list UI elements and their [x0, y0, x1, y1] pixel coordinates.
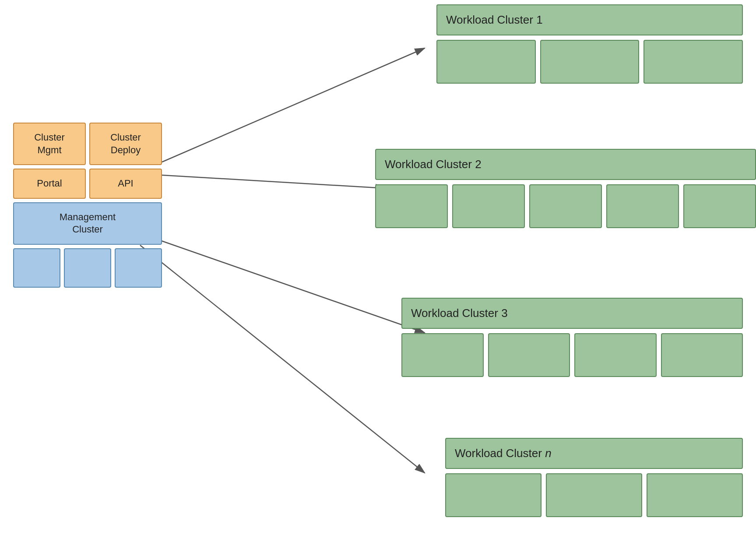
wc1-node-3 [643, 40, 743, 84]
wc1-nodes [436, 40, 743, 84]
wcn-nodes [445, 473, 743, 517]
management-services: ClusterMgmt ClusterDeploy Portal API [13, 123, 162, 199]
management-area: ClusterMgmt ClusterDeploy Portal API Man… [13, 123, 162, 288]
management-cluster-label: ManagementCluster [13, 202, 162, 245]
mgmt-node-2 [64, 248, 111, 288]
portal-box: Portal [13, 169, 86, 199]
wc3-node-2 [488, 333, 570, 377]
wc2-node-1 [375, 184, 448, 228]
wc1-node-2 [540, 40, 640, 84]
wcn-label: Workload Cluster n [445, 438, 743, 469]
wc2-label: Workload Cluster 2 [375, 149, 756, 180]
diagram-container: ClusterMgmt ClusterDeploy Portal API Man… [0, 0, 756, 560]
wc2-node-4 [606, 184, 679, 228]
cluster-deploy-box: ClusterDeploy [89, 123, 162, 165]
workload-cluster-1: Workload Cluster 1 [436, 4, 743, 84]
workload-cluster-n: Workload Cluster n [445, 438, 743, 517]
wc2-node-3 [529, 184, 602, 228]
cluster-mgmt-box: ClusterMgmt [13, 123, 86, 165]
api-box: API [89, 169, 162, 199]
wc2-node-2 [452, 184, 525, 228]
svg-line-2 [162, 175, 385, 188]
wcn-node-3 [647, 473, 743, 517]
management-nodes [13, 248, 162, 288]
workload-cluster-2: Workload Cluster 2 [375, 149, 756, 228]
wc1-label: Workload Cluster 1 [436, 4, 743, 35]
svg-line-4 [140, 245, 425, 473]
mgmt-node-3 [115, 248, 162, 288]
wc3-node-3 [574, 333, 657, 377]
wc1-node-1 [436, 40, 536, 84]
svg-line-3 [149, 236, 425, 333]
wcn-node-1 [445, 473, 542, 517]
svg-line-1 [162, 48, 425, 162]
mgmt-node-1 [13, 248, 60, 288]
wcn-node-2 [546, 473, 642, 517]
wc2-node-5 [683, 184, 756, 228]
wc3-node-1 [401, 333, 484, 377]
workload-cluster-3: Workload Cluster 3 [401, 298, 743, 377]
wc2-nodes [375, 184, 756, 228]
wc3-nodes [401, 333, 743, 377]
wc3-label: Workload Cluster 3 [401, 298, 743, 329]
wc3-node-4 [661, 333, 743, 377]
